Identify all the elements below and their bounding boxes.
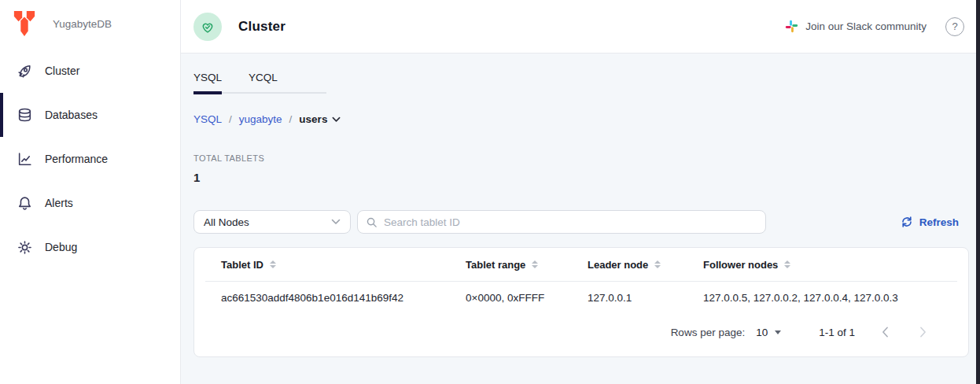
breadcrumb-separator: / bbox=[229, 113, 232, 125]
sort-icon bbox=[654, 260, 661, 268]
chevron-right-icon bbox=[919, 327, 927, 338]
node-filter-select[interactable]: All Nodes bbox=[193, 210, 351, 234]
cell-follower-nodes: 127.0.0.5, 127.0.0.2, 127.0.0.4, 127.0.0… bbox=[703, 292, 968, 304]
page-title: Cluster bbox=[238, 19, 286, 35]
gear-icon bbox=[16, 238, 33, 256]
content: YSQL YCQL YSQL / yugabyte / users TOTAL … bbox=[181, 54, 980, 384]
breadcrumb-link-database[interactable]: yugabyte bbox=[239, 113, 282, 125]
sidebar-item-label: Cluster bbox=[45, 65, 79, 77]
sidebar-item-label: Databases bbox=[45, 109, 98, 121]
table-controls: All Nodes Refresh bbox=[193, 210, 969, 234]
breadcrumb-separator: / bbox=[289, 113, 293, 125]
main-area: Cluster Join our Slack community ? bbox=[181, 0, 980, 384]
performance-chart-icon bbox=[16, 150, 33, 168]
question-mark-glyph: ? bbox=[952, 20, 957, 32]
sort-icon bbox=[784, 260, 790, 268]
database-icon bbox=[16, 106, 33, 124]
help-button[interactable]: ? bbox=[945, 17, 964, 36]
next-page-button[interactable] bbox=[912, 321, 934, 343]
sidebar-item-label: Alerts bbox=[45, 197, 73, 209]
refresh-label: Refresh bbox=[919, 216, 959, 228]
table-row[interactable]: ac661530addf4806b1e016d141b69f42 0×0000,… bbox=[194, 282, 968, 313]
cell-tablet-id: ac661530addf4806b1e016d141b69f42 bbox=[221, 292, 466, 304]
header-actions: Join our Slack community ? bbox=[785, 17, 964, 36]
previous-page-button[interactable] bbox=[874, 321, 896, 343]
sort-icon bbox=[532, 260, 538, 268]
sort-icon bbox=[270, 260, 276, 268]
total-tablets-value: 1 bbox=[193, 171, 969, 184]
caret-down-icon bbox=[775, 330, 781, 334]
chevron-down-icon bbox=[332, 116, 341, 123]
pagination: Rows per page: 10 1-1 of 1 bbox=[194, 315, 968, 349]
chevron-left-icon bbox=[882, 327, 889, 338]
sidebar-item-label: Debug bbox=[45, 241, 77, 253]
yugabytedb-logo-icon bbox=[13, 10, 36, 37]
table-header-row: Tablet ID Tablet range Leader node Follo… bbox=[194, 248, 968, 281]
api-tabs: YSQL YCQL bbox=[193, 72, 326, 94]
tablet-search-input[interactable] bbox=[384, 216, 757, 228]
tablets-table-card: Tablet ID Tablet range Leader node Follo… bbox=[193, 247, 969, 357]
pagination-range-label: 1-1 of 1 bbox=[819, 327, 855, 338]
total-tablets-label: TOTAL TABLETS bbox=[193, 153, 969, 163]
tab-ysql[interactable]: YSQL bbox=[193, 72, 222, 92]
app-window: YugabyteDB Cluster bbox=[0, 0, 980, 384]
cell-tablet-range: 0×0000, 0xFFFF bbox=[466, 292, 588, 304]
breadcrumb-link-ysql[interactable]: YSQL bbox=[193, 113, 222, 125]
slack-community-link[interactable]: Join our Slack community bbox=[785, 20, 927, 33]
sidebar: YugabyteDB Cluster bbox=[0, 0, 181, 384]
sidebar-item-label: Performance bbox=[45, 153, 108, 165]
breadcrumb: YSQL / yugabyte / users bbox=[193, 113, 969, 125]
tablet-search-box bbox=[357, 210, 766, 234]
column-header-tablet-id[interactable]: Tablet ID bbox=[221, 259, 466, 271]
bell-icon bbox=[16, 194, 33, 212]
chevron-down-icon bbox=[331, 219, 341, 225]
page-header: Cluster Join our Slack community ? bbox=[181, 0, 980, 54]
sidebar-item-databases[interactable]: Databases bbox=[0, 93, 180, 137]
cell-leader-node: 127.0.0.1 bbox=[588, 292, 703, 304]
cluster-health-badge bbox=[193, 13, 222, 41]
rows-per-page-value: 10 bbox=[756, 327, 768, 338]
sidebar-item-performance[interactable]: Performance bbox=[0, 137, 180, 181]
refresh-button[interactable]: Refresh bbox=[901, 216, 959, 228]
window-edge-strip bbox=[976, 0, 980, 384]
sidebar-item-alerts[interactable]: Alerts bbox=[0, 181, 180, 225]
brand-name: YugabyteDB bbox=[53, 18, 112, 30]
rows-per-page-label: Rows per page: bbox=[671, 327, 746, 338]
breadcrumb-current-label: users bbox=[299, 113, 327, 125]
sidebar-item-debug[interactable]: Debug bbox=[0, 225, 180, 269]
rocket-icon bbox=[16, 62, 33, 79]
slack-icon bbox=[785, 20, 798, 33]
rows-per-page-select[interactable]: 10 bbox=[756, 327, 781, 338]
tab-ycql[interactable]: YCQL bbox=[249, 72, 278, 92]
column-header-leader-node[interactable]: Leader node bbox=[588, 259, 703, 271]
sidebar-nav: Cluster Databases bbox=[0, 49, 180, 269]
column-header-follower-nodes[interactable]: Follower nodes bbox=[703, 259, 968, 271]
breadcrumb-table-dropdown[interactable]: users bbox=[299, 113, 341, 125]
refresh-icon bbox=[901, 216, 913, 228]
slack-link-label: Join our Slack community bbox=[805, 20, 927, 32]
search-icon bbox=[366, 216, 378, 228]
node-filter-value: All Nodes bbox=[204, 216, 249, 228]
column-header-tablet-range[interactable]: Tablet range bbox=[466, 259, 588, 271]
brand-row: YugabyteDB bbox=[0, 0, 180, 47]
sidebar-item-cluster[interactable]: Cluster bbox=[0, 49, 180, 93]
